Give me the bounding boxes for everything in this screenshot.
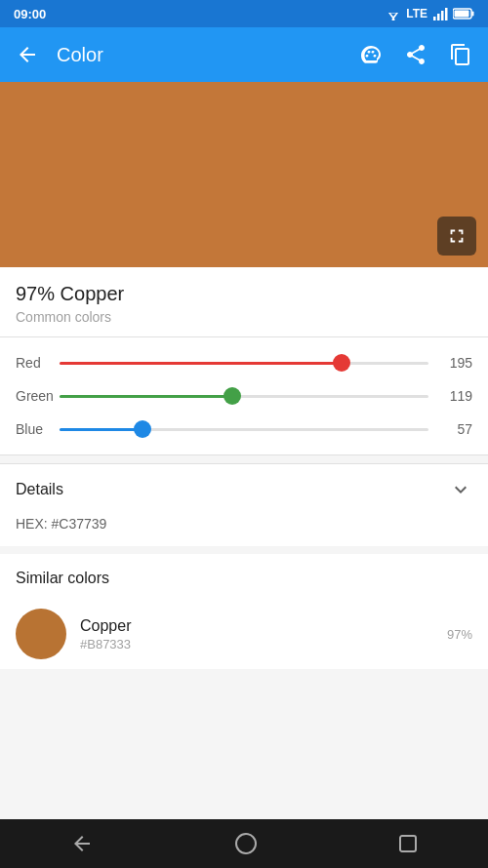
svg-rect-5 xyxy=(441,11,444,20)
list-item[interactable]: Copper #B87333 97% xyxy=(16,599,472,669)
blue-slider-container[interactable] xyxy=(60,419,428,439)
green-slider-container[interactable] xyxy=(60,386,428,406)
common-colors-label: Common colors xyxy=(16,309,472,325)
back-arrow-icon xyxy=(70,832,94,855)
svg-point-2 xyxy=(392,18,395,20)
similar-colors-title: Similar colors xyxy=(16,570,472,587)
green-fill xyxy=(60,395,232,398)
red-slider-container[interactable] xyxy=(60,353,428,373)
svg-rect-11 xyxy=(400,836,416,851)
copy-button[interactable] xyxy=(447,41,474,68)
lte-label: LTE xyxy=(406,7,427,20)
app-bar: Color xyxy=(0,27,488,82)
svg-rect-6 xyxy=(445,8,448,20)
red-value: 195 xyxy=(438,355,472,371)
green-thumb[interactable] xyxy=(224,387,241,405)
green-label: Green xyxy=(16,388,60,404)
fullscreen-button[interactable] xyxy=(437,217,476,256)
red-fill xyxy=(60,362,342,365)
details-body: HEX: #C37739 xyxy=(0,515,488,546)
details-header[interactable]: Details xyxy=(0,463,488,515)
red-thumb[interactable] xyxy=(333,354,350,372)
svg-rect-8 xyxy=(472,12,474,17)
color-item-info: Copper #B87333 xyxy=(80,617,131,651)
blue-slider-row: Blue 57 xyxy=(16,419,472,439)
blue-fill xyxy=(60,428,142,431)
chevron-down-icon xyxy=(449,478,472,501)
red-label: Red xyxy=(16,355,60,371)
recents-square-icon xyxy=(398,834,418,853)
color-name: 97% Copper xyxy=(16,283,472,305)
copy-icon xyxy=(449,43,472,66)
back-nav-button[interactable] xyxy=(47,824,117,863)
svg-rect-4 xyxy=(437,14,440,20)
status-time: 09:00 xyxy=(14,7,46,21)
hex-value: HEX: #C37739 xyxy=(16,516,106,532)
blue-label: Blue xyxy=(16,421,60,437)
fullscreen-icon xyxy=(446,225,468,247)
sliders-section: Red 195 Green 119 Blue 57 xyxy=(0,337,488,454)
color-item-pct: 97% xyxy=(447,627,472,642)
wifi-icon xyxy=(386,8,401,20)
green-value: 119 xyxy=(438,388,472,404)
divider-bottom xyxy=(0,454,488,455)
signal-icon xyxy=(432,8,448,20)
share-button[interactable] xyxy=(402,41,429,68)
details-title: Details xyxy=(16,481,63,498)
status-bar: 09:00 LTE xyxy=(0,0,488,27)
red-track xyxy=(60,362,428,365)
palette-button[interactable] xyxy=(357,41,385,68)
status-icons: LTE xyxy=(386,7,474,20)
svg-rect-9 xyxy=(455,11,469,18)
recents-nav-button[interactable] xyxy=(375,826,441,861)
color-item-hex: #B87333 xyxy=(80,637,131,651)
green-slider-row: Green 119 xyxy=(16,386,472,406)
bottom-nav xyxy=(0,819,488,868)
svg-point-10 xyxy=(236,834,256,853)
color-item-name: Copper xyxy=(80,617,131,635)
palette-icon xyxy=(359,43,383,66)
svg-rect-3 xyxy=(433,17,436,20)
blue-value: 57 xyxy=(438,421,472,437)
details-section: Details HEX: #C37739 xyxy=(0,463,488,546)
blue-thumb[interactable] xyxy=(134,420,151,438)
color-name-section: 97% Copper Common colors xyxy=(0,267,488,336)
color-swatch xyxy=(16,609,66,659)
color-preview xyxy=(0,82,488,267)
green-track xyxy=(60,395,428,398)
share-icon xyxy=(404,43,427,66)
battery-icon xyxy=(453,8,474,20)
blue-track xyxy=(60,428,428,431)
back-button[interactable] xyxy=(14,41,41,68)
red-slider-row: Red 195 xyxy=(16,353,472,373)
home-nav-button[interactable] xyxy=(211,824,281,863)
similar-colors-section: Similar colors Copper #B87333 97% xyxy=(0,554,488,669)
app-title: Color xyxy=(57,44,357,66)
app-bar-actions xyxy=(357,41,474,68)
home-circle-icon xyxy=(234,832,258,855)
